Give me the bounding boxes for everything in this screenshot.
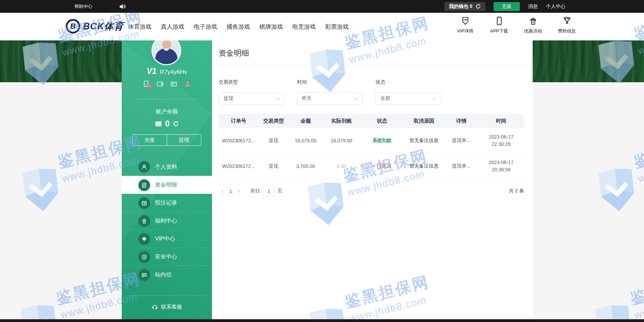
sidebar-item-label: 福利中心	[155, 217, 177, 225]
cell-amount: 16,079.00	[289, 138, 322, 143]
contact-support-button[interactable]: 联系客服	[122, 304, 212, 310]
nav-item-chess[interactable]: 棋牌游戏	[259, 23, 283, 31]
sidebar-divider	[136, 99, 198, 100]
cell-type: 提现	[258, 138, 289, 144]
col-cancel-reason: 取消原因	[403, 118, 444, 124]
bank-card-icon[interactable]	[171, 80, 177, 87]
quick-links: VIP VIP详情 APP下载 优惠活动	[450, 16, 582, 34]
cell-time: 2023-06-17 22:30:29	[478, 133, 524, 148]
col-detail: 详情	[444, 118, 478, 124]
sidebar-item-welfare-center[interactable]: 福利中心	[122, 212, 212, 230]
sidebar-item-bet-records[interactable]: 投注记录	[122, 194, 212, 212]
verified-badge-icon: ✓	[148, 84, 152, 88]
refresh-icon[interactable]	[476, 4, 481, 9]
fund-details-panel: 资金明细 交易类型 时间 状态 提现 昨天 全部 订单号 交易类型 金额 实际到…	[212, 40, 533, 322]
cell-type: 提现	[258, 163, 289, 169]
watermark-url: www.jhdb8.com	[637, 152, 644, 184]
col-type: 交易类型	[258, 118, 289, 124]
sidebar-item-label: 个人资料	[155, 163, 177, 171]
sidebar-item-fund-details[interactable]: 资金明细	[122, 176, 212, 194]
chevron-down-icon	[354, 96, 358, 100]
sidebar-item-label: VIP中心	[155, 235, 175, 243]
next-page-button[interactable]: ›	[235, 188, 243, 195]
speaker-icon[interactable]	[119, 4, 126, 9]
phone-verify-icon[interactable]: ✓	[143, 80, 149, 87]
page-number-1[interactable]: 1	[226, 188, 235, 194]
app-download-link[interactable]: APP下载	[484, 16, 514, 34]
goto-label: 前往	[250, 188, 260, 194]
brand-emblem-icon: B	[66, 19, 80, 34]
profile-person-icon[interactable]	[184, 80, 191, 87]
gift-bucket-icon	[528, 16, 538, 26]
footer-strip	[0, 319, 644, 322]
user-icon	[138, 161, 150, 173]
messages-link[interactable]: 消息	[528, 3, 538, 10]
transaction-type-select[interactable]: 提现	[219, 92, 284, 105]
sidebar-item-profile[interactable]: 个人资料	[122, 158, 212, 176]
cell-actual: 16,079.00	[322, 138, 360, 143]
nav-item-slots[interactable]: 电子游戏	[194, 23, 217, 31]
sidebar-item-label: 站内信	[155, 271, 172, 278]
cell-detail-link[interactable]: 提现单...	[444, 138, 478, 144]
sidebar-withdraw-button[interactable]: 提现	[167, 135, 201, 145]
sidebar-item-security-center[interactable]: 安全中心	[122, 248, 212, 266]
status-badge: 系统扣款	[361, 138, 404, 144]
promotions-link[interactable]: 优惠活动	[518, 16, 548, 34]
wallet-icon[interactable]	[157, 80, 163, 87]
total-count: 共 2 条	[509, 188, 524, 194]
prev-page-button[interactable]: ‹	[219, 188, 226, 195]
purse-icon	[155, 121, 162, 127]
trophy-icon	[562, 16, 572, 26]
cell-cancel-reason: 暂无备注信息	[403, 138, 444, 144]
vip-diamond-icon	[138, 233, 150, 245]
col-status: 状态	[361, 118, 404, 124]
status-select[interactable]: 全部	[375, 92, 441, 105]
cell-amount: 3,700.00	[289, 163, 322, 169]
brand-name: BCK体育	[83, 20, 124, 32]
table-header-row: 订单号 交易类型 金额 实际到账 状态 取消原因 详情 时间	[219, 114, 524, 128]
nav-item-lottery[interactable]: 彩票游戏	[325, 23, 349, 31]
sidebar-item-site-mail[interactable]: 站内信	[122, 266, 212, 284]
quick-link-label: 赞助信息	[558, 28, 576, 34]
watermark: 鉴黑担保网www.jhdb8.com	[593, 288, 644, 322]
sidebar-item-vip-center[interactable]: VIP中心	[122, 230, 212, 248]
goto-page-input[interactable]	[263, 186, 275, 196]
cell-order-no[interactable]: W202306172...	[219, 138, 258, 143]
col-actual: 实际到账	[322, 118, 360, 124]
refresh-balance-icon[interactable]	[173, 121, 179, 127]
personal-center-link[interactable]: 个人中心	[546, 3, 565, 10]
chevron-down-icon	[276, 96, 279, 100]
sidebar-action-buttons: 充值 提现	[132, 134, 201, 146]
svg-text:VIP: VIP	[463, 19, 467, 21]
filter-label-time: 时间	[297, 79, 307, 85]
nav-item-fishing[interactable]: 捕鱼游戏	[227, 23, 250, 31]
vip-details-link[interactable]: VIP VIP详情	[450, 16, 480, 34]
sidebar-item-label: 安全中心	[155, 253, 177, 261]
recharge-button[interactable]: 充值	[494, 2, 520, 11]
watermark-shield-icon	[595, 167, 640, 214]
status-value: 全部	[380, 95, 390, 102]
cell-detail-link[interactable]: 提现单...	[444, 163, 478, 169]
sidebar-item-label: 资金明细	[155, 181, 177, 189]
sidebar-recharge-button[interactable]: 充值	[132, 135, 167, 145]
nav-item-live[interactable]: 真人游戏	[161, 23, 184, 31]
table-row: W202306172... 提现 3,700.00 0.00 ×已取消 暂无备注…	[219, 153, 524, 179]
balance-label: 账户余额	[122, 108, 212, 115]
quick-link-label: VIP详情	[457, 28, 473, 34]
time-value: 昨天	[302, 95, 312, 102]
cell-date: 2023-06-17	[480, 133, 523, 141]
nav-item-esports[interactable]: 电竞游戏	[292, 23, 316, 31]
watermark-text: 鉴黑担保网	[628, 268, 644, 309]
table-row: W202306172... 提现 16,079.00 16,079.00 系统扣…	[219, 128, 524, 153]
cell-clock: 22:30:29	[480, 141, 523, 148]
my-wallet-button[interactable]: 我的钱包 0	[444, 2, 485, 11]
sponsor-info-link[interactable]: 赞助信息	[552, 16, 582, 34]
time-select[interactable]: 昨天	[297, 92, 362, 105]
brand-logo[interactable]: B BCK体育	[66, 19, 124, 34]
help-center-link[interactable]: 帮助中心	[74, 3, 92, 10]
nav-item-sports[interactable]: 体育游戏	[128, 23, 151, 31]
quick-link-label: APP下载	[490, 28, 508, 34]
welfare-icon	[138, 215, 150, 227]
cell-order-no[interactable]: W202306172...	[219, 163, 258, 169]
vip-level-badge: V1	[147, 67, 156, 76]
